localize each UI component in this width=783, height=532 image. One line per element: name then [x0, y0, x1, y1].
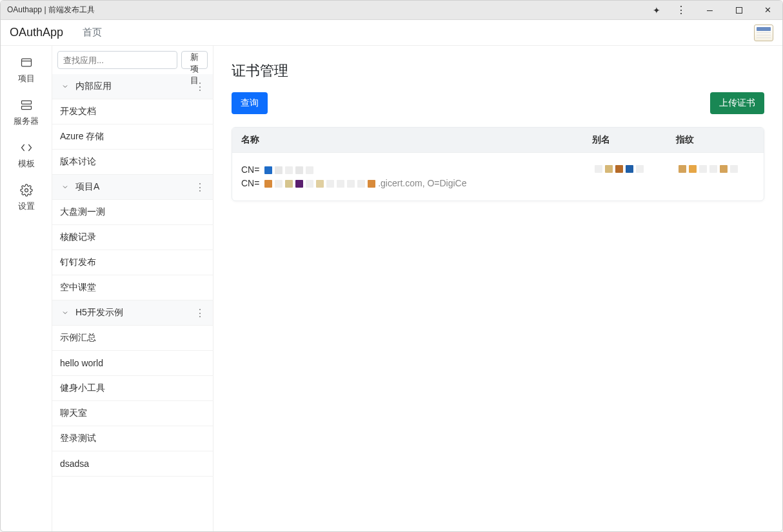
tree-item-label: dsadsa [60, 458, 89, 469]
search-input[interactable] [57, 51, 177, 69]
tree-group[interactable]: H5开发示例⋮ [52, 300, 213, 326]
cell-fingerprint [667, 157, 764, 197]
tree-item-label: 健身小工具 [60, 382, 105, 394]
tree-item[interactable]: 大盘测一测 [52, 200, 213, 225]
rail-item-label: 服务器 [14, 115, 39, 127]
tree-item[interactable]: 版本讨论 [52, 150, 213, 175]
query-button[interactable]: 查询 [232, 92, 268, 114]
cn-prefix: CN= [241, 178, 259, 188]
cert-table: 名称 别名 指纹 CN= [232, 127, 764, 201]
brand-label[interactable]: OAuthApp [10, 26, 63, 39]
tree-item-label: 开发文档 [60, 106, 96, 117]
tree-group-label: H5开发示例 [75, 307, 123, 319]
rail-item-label: 项目 [18, 73, 35, 84]
tree-item[interactable]: 登录测试 [52, 426, 213, 451]
server-icon [20, 99, 33, 112]
kebab-icon[interactable]: ⋮ [195, 81, 205, 93]
svg-rect-0 [21, 59, 31, 66]
rail-item-settings[interactable]: 设置 [1, 176, 52, 219]
window-minimize-button[interactable] [695, 1, 724, 20]
chevron-down-icon [60, 308, 70, 318]
tree-group[interactable]: 项目A⋮ [52, 175, 213, 200]
window-close-button[interactable] [753, 1, 782, 20]
tree-group-label: 项目A [75, 181, 99, 193]
tree-item[interactable]: Azure 存储 [52, 124, 213, 150]
tree-group[interactable]: 内部应用⋮ [52, 74, 213, 99]
app-menubar: OAuthApp 首页 [1, 20, 782, 46]
tree-item-label: 登录测试 [60, 433, 96, 444]
rail-item-server[interactable]: 服务器 [1, 91, 52, 133]
tree-item[interactable]: 核酸记录 [52, 225, 213, 250]
chevron-down-icon [60, 182, 70, 192]
tree-item[interactable]: 示例汇总 [52, 326, 213, 351]
tree-item[interactable]: dsadsa [52, 451, 213, 477]
rail-item-label: 模板 [18, 158, 35, 170]
page-title: 证书管理 [232, 61, 764, 81]
svg-point-4 [25, 189, 28, 192]
table-row[interactable]: CN= CN= [232, 152, 764, 201]
cn-prefix: CN= [241, 164, 259, 175]
table-header: 名称 别名 指纹 [232, 128, 764, 152]
rail-item-label: 设置 [18, 201, 35, 212]
tree-item-label: hello world [60, 358, 103, 368]
kebab-icon[interactable]: ⋮ [195, 307, 205, 319]
tree-item-label: 钉钉发布 [60, 257, 96, 268]
redacted-icon [264, 166, 313, 174]
kebab-icon[interactable]: ⋮ [195, 181, 205, 193]
tree-item-label: 大盘测一测 [60, 206, 105, 218]
col-alias: 别名 [583, 128, 667, 152]
new-project-button[interactable]: 新项目 [181, 51, 208, 69]
tree-item-label: Azure 存储 [60, 131, 104, 143]
tree-item-label: 核酸记录 [60, 232, 96, 243]
window-title: OAuthapp | 前端发布工具 [7, 5, 95, 15]
page-thumbnail-icon[interactable] [754, 25, 773, 41]
nav-home[interactable]: 首页 [83, 26, 102, 39]
col-name: 名称 [232, 128, 583, 152]
tree-item-label: 版本讨论 [60, 156, 96, 168]
rail-item-template[interactable]: 模板 [1, 133, 52, 176]
sidebar-rail: 项目 服务器 模板 设置 [1, 46, 52, 531]
tree-item[interactable]: 聊天室 [52, 401, 213, 426]
svg-rect-2 [21, 101, 31, 104]
redacted-icon [679, 165, 738, 173]
window-maximize-button[interactable] [724, 1, 753, 20]
code-icon [20, 141, 33, 154]
tree-item-label: 示例汇总 [60, 332, 96, 344]
tree-item[interactable]: 健身小工具 [52, 376, 213, 401]
app-window: OAuthapp | 前端发布工具 OAuthApp 首页 项目 服务器 [0, 0, 783, 532]
window-icon [20, 56, 33, 69]
rail-item-project[interactable]: 项目 [1, 48, 52, 91]
cn-suffix: .gicert.com, O=DigiCe [378, 178, 466, 188]
redacted-icon [264, 180, 375, 188]
tree-item[interactable]: 开发文档 [52, 99, 213, 124]
tree-item[interactable]: 钉钉发布 [52, 250, 213, 275]
extensions-icon[interactable] [647, 1, 666, 20]
tree-item-label: 空中课堂 [60, 282, 96, 293]
tree-group-label: 内部应用 [75, 81, 112, 92]
tree-item[interactable]: hello world [52, 351, 213, 376]
main-content: 证书管理 查询 上传证书 名称 别名 指纹 CN= [213, 46, 782, 531]
redacted-icon [595, 165, 644, 173]
gear-icon [20, 184, 33, 197]
chevron-down-icon [60, 81, 70, 92]
project-tree: 新项目 内部应用⋮开发文档Azure 存储版本讨论项目A⋮大盘测一测核酸记录钉钉… [52, 46, 213, 531]
upload-cert-button[interactable]: 上传证书 [710, 92, 764, 114]
more-menu-icon[interactable] [666, 1, 695, 20]
tree-item-label: 聊天室 [60, 408, 87, 419]
tree-item[interactable]: 空中课堂 [52, 275, 213, 300]
cell-alias [583, 157, 667, 197]
col-fingerprint: 指纹 [667, 128, 764, 152]
svg-rect-3 [21, 106, 31, 110]
cell-name: CN= CN= [232, 157, 583, 197]
window-titlebar: OAuthapp | 前端发布工具 [1, 1, 782, 20]
